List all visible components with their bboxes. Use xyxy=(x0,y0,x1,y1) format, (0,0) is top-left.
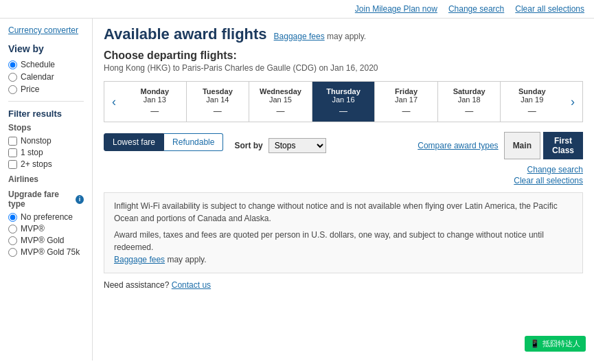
upgrade-no-preference-radio[interactable] xyxy=(8,213,17,222)
compare-award-link[interactable]: Compare award types xyxy=(418,141,498,150)
day-name: Friday xyxy=(378,87,435,95)
first-class-tab[interactable]: FirstClass xyxy=(543,132,583,159)
view-calendar-radio[interactable] xyxy=(8,73,17,82)
carousel-prev-button[interactable]: ‹ xyxy=(104,82,124,122)
month-day: Jan 13 xyxy=(126,95,183,104)
nonstop-filter[interactable]: Nonstop xyxy=(8,136,84,146)
month-day: Jan 19 xyxy=(503,95,560,104)
date-cell-saturday[interactable]: Saturday Jan 18 — xyxy=(437,82,501,122)
main-cabin-tab[interactable]: Main xyxy=(504,132,540,159)
one-stop-filter[interactable]: 1 stop xyxy=(8,148,84,157)
change-search-link[interactable]: Change search xyxy=(527,165,583,174)
date-cell-thursday[interactable]: Thursday Jan 16 — xyxy=(312,82,375,122)
content-area: Available award flights Baggage fees may… xyxy=(93,19,594,361)
action-links: Change search Clear all selections xyxy=(104,165,583,187)
day-name: Tuesday xyxy=(190,87,247,95)
carousel-next-button[interactable]: › xyxy=(563,82,582,122)
one-stop-checkbox[interactable] xyxy=(8,148,17,157)
view-schedule-option[interactable]: Schedule xyxy=(8,60,84,69)
month-day: Jan 17 xyxy=(378,95,435,104)
fare-sort-row: Lowest fare Refundable Sort by Stops Pri… xyxy=(104,132,583,159)
month-day: Jan 14 xyxy=(190,95,247,104)
sort-label: Sort by xyxy=(234,141,262,150)
sort-row: Sort by Stops Price Departure Arrival xyxy=(234,138,325,153)
view-price-option[interactable]: Price xyxy=(8,84,84,94)
date-carousel: ‹ Monday Jan 13 — Tuesday Jan 14 — Wedne… xyxy=(104,81,583,122)
date-price: — xyxy=(378,106,435,116)
info-box: Inflight Wi-Fi availability is subject t… xyxy=(104,192,583,273)
upgrade-mvp-gold-radio[interactable] xyxy=(8,236,17,245)
date-price: — xyxy=(190,106,247,116)
date-price: — xyxy=(252,106,309,116)
sidebar-divider-1 xyxy=(8,101,84,102)
date-price: — xyxy=(315,106,372,116)
main-layout: Currency converter View by Schedule Cale… xyxy=(0,19,594,361)
upgrade-no-preference[interactable]: No preference xyxy=(8,212,84,222)
change-search-topbar-link[interactable]: Change search xyxy=(448,4,504,14)
page-title: Available award flights xyxy=(104,25,267,43)
upgrade-mvp-gold-label: MVP® Gold xyxy=(21,236,65,245)
upgrade-info-icon[interactable]: i xyxy=(76,195,84,204)
wechat-overlay: 📱 抵囧特达人 xyxy=(525,336,586,352)
view-by-title: View by xyxy=(8,43,84,54)
two-plus-stops-filter[interactable]: 2+ stops xyxy=(8,159,84,169)
clear-selections-topbar-link[interactable]: Clear all selections xyxy=(515,4,584,14)
view-schedule-label: Schedule xyxy=(21,60,55,69)
date-cell-wednesday[interactable]: Wednesday Jan 15 — xyxy=(249,82,312,122)
view-calendar-label: Calendar xyxy=(21,72,54,82)
day-name: Monday xyxy=(126,87,183,95)
day-name: Wednesday xyxy=(252,87,309,95)
view-price-label: Price xyxy=(21,84,39,94)
date-cell-friday[interactable]: Friday Jan 17 — xyxy=(374,82,437,122)
date-price: — xyxy=(441,106,498,116)
date-cell-sunday[interactable]: Sunday Jan 19 — xyxy=(500,82,563,122)
join-mileage-link[interactable]: Join Mileage Plan now xyxy=(355,4,437,14)
baggage-fees-link2[interactable]: Baggage fees xyxy=(114,255,165,264)
view-calendar-option[interactable]: Calendar xyxy=(8,72,84,82)
sort-select[interactable]: Stops Price Departure Arrival xyxy=(269,138,326,153)
top-bar: Join Mileage Plan now Change search Clea… xyxy=(0,0,594,19)
award-notice: Award miles, taxes and fees are quoted p… xyxy=(114,229,573,266)
nonstop-checkbox[interactable] xyxy=(8,137,17,146)
choose-departing-title: Choose departing flights: xyxy=(104,49,583,62)
upgrade-no-preference-label: No preference xyxy=(21,212,73,222)
upgrade-fare-label: Upgrade fare type i xyxy=(8,190,84,209)
two-plus-stops-label: 2+ stops xyxy=(21,159,52,169)
sidebar: Currency converter View by Schedule Cale… xyxy=(0,19,93,361)
date-cell-tuesday[interactable]: Tuesday Jan 14 — xyxy=(186,82,249,122)
contact-us-link[interactable]: Contact us xyxy=(172,280,211,290)
currency-converter-link[interactable]: Currency converter xyxy=(8,25,84,35)
upgrade-mvp-radio[interactable] xyxy=(8,225,17,234)
fare-options: Lowest fare Refundable xyxy=(104,133,223,151)
upgrade-mvp-gold[interactable]: MVP® Gold xyxy=(8,236,84,245)
upgrade-mvp-gold-75k-radio[interactable] xyxy=(8,248,17,257)
view-price-radio[interactable] xyxy=(8,85,17,94)
route-info: Hong Kong (HKG) to Paris-Paris Charles d… xyxy=(104,63,583,73)
cabin-tabs: Main FirstClass xyxy=(504,132,583,159)
need-help: Need assistance? Contact us xyxy=(104,280,583,290)
upgrade-mvp-gold-75k-label: MVP® Gold 75k xyxy=(21,247,80,257)
view-schedule-radio[interactable] xyxy=(8,60,17,69)
day-name: Sunday xyxy=(503,87,560,95)
lowest-fare-button[interactable]: Lowest fare xyxy=(104,133,164,151)
baggage-fees-line: Baggage fees may apply. xyxy=(274,32,367,41)
date-cell-monday[interactable]: Monday Jan 13 — xyxy=(124,82,186,122)
refundable-button[interactable]: Refundable xyxy=(164,133,223,151)
one-stop-label: 1 stop xyxy=(21,148,43,157)
nonstop-label: Nonstop xyxy=(21,136,52,146)
date-price: — xyxy=(503,106,560,116)
date-price: — xyxy=(126,106,183,116)
airlines-label: Airlines xyxy=(8,174,84,184)
upgrade-mvp-gold-75k[interactable]: MVP® Gold 75k xyxy=(8,247,84,257)
clear-selections-link[interactable]: Clear all selections xyxy=(514,176,583,185)
day-name: Thursday xyxy=(315,87,372,95)
baggage-fees-link[interactable]: Baggage fees xyxy=(274,32,325,41)
baggage-suffix: may apply. xyxy=(327,32,366,41)
filter-results-title: Filter results xyxy=(8,109,84,119)
date-cells: Monday Jan 13 — Tuesday Jan 14 — Wednesd… xyxy=(124,82,563,122)
month-day: Jan 15 xyxy=(252,95,309,104)
two-plus-stops-checkbox[interactable] xyxy=(8,160,17,169)
month-day: Jan 18 xyxy=(441,95,498,104)
upgrade-mvp-label: MVP® xyxy=(21,224,45,234)
upgrade-mvp[interactable]: MVP® xyxy=(8,224,84,234)
